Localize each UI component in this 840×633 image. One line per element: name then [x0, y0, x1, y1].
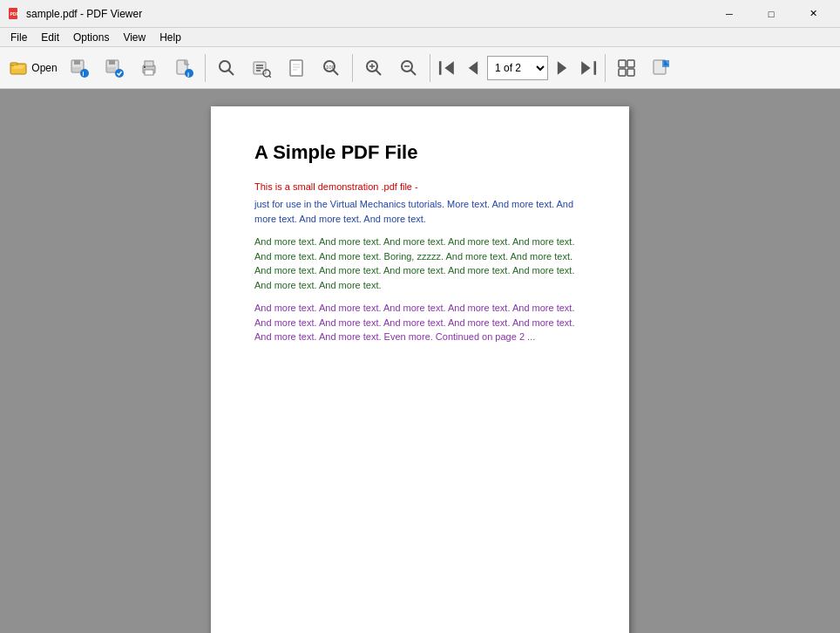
svg-marker-44	[469, 61, 478, 75]
close-button[interactable]: ✕	[793, 0, 833, 28]
toolbar: Open i	[0, 47, 840, 89]
save-button[interactable]	[98, 51, 131, 85]
separator-4	[605, 54, 606, 82]
find-text-icon	[252, 58, 271, 78]
zoom-out-icon	[399, 58, 418, 78]
svg-rect-53	[662, 60, 669, 67]
svg-line-36	[376, 70, 382, 75]
menu-help[interactable]: Help	[152, 28, 188, 47]
pdf-line-1: This is a small demonstration .pdf file …	[254, 181, 586, 192]
save-icon	[105, 58, 124, 78]
pdf-title: A Simple PDF File	[254, 141, 586, 164]
svg-rect-50	[619, 69, 626, 76]
last-page-icon	[577, 57, 600, 79]
annotations-button[interactable]	[645, 51, 678, 85]
menu-edit[interactable]: Edit	[34, 28, 66, 47]
svg-text:i: i	[83, 71, 85, 77]
open-button[interactable]: Open	[5, 51, 61, 85]
svg-line-21	[229, 70, 234, 75]
svg-rect-28	[290, 60, 302, 76]
last-page-button[interactable]	[576, 56, 600, 80]
menu-bar: File Edit Options View Help	[0, 28, 840, 47]
menu-options[interactable]: Options	[66, 28, 116, 47]
print-button[interactable]	[132, 51, 166, 85]
page-select[interactable]: 1 of 2 2 of 2	[487, 56, 548, 80]
svg-point-12	[115, 69, 124, 78]
svg-rect-10	[109, 60, 115, 65]
menu-view[interactable]: View	[116, 28, 152, 47]
search-icon	[217, 58, 236, 78]
svg-rect-6	[72, 67, 81, 71]
zoom-out-button[interactable]	[392, 51, 425, 85]
title-bar-left: PDF sample.pdf - PDF Viewer	[7, 7, 142, 21]
doc-properties-button[interactable]: i	[167, 51, 200, 85]
thumbnails-button[interactable]	[610, 51, 643, 85]
svg-point-20	[220, 61, 230, 71]
svg-line-33	[334, 70, 339, 75]
svg-text:i: i	[187, 70, 189, 78]
window-title: sample.pdf - PDF Viewer	[26, 8, 142, 20]
find-text-button[interactable]	[245, 51, 278, 85]
zoom-in-icon	[364, 58, 383, 78]
separator-2	[352, 54, 353, 82]
select-page-button[interactable]	[280, 51, 313, 85]
pdf-line-3: And more text. And more text. And more t…	[254, 235, 586, 292]
minimize-button[interactable]: ─	[709, 0, 749, 28]
page-navigation: 1 of 2 2 of 2	[435, 56, 600, 80]
svg-point-7	[80, 69, 89, 78]
find-button[interactable]	[210, 51, 243, 85]
open-label: Open	[31, 62, 57, 74]
title-bar: PDF sample.pdf - PDF Viewer ─ □ ✕	[0, 0, 840, 28]
pdf-page: A Simple PDF File This is a small demons…	[211, 106, 629, 633]
separator-3	[430, 54, 430, 82]
svg-rect-11	[107, 67, 116, 71]
zoom-in-button[interactable]	[357, 51, 390, 85]
svg-rect-48	[619, 60, 626, 67]
svg-marker-47	[581, 61, 590, 75]
prev-page-icon	[462, 57, 484, 79]
svg-rect-14	[145, 61, 153, 66]
folder-open-icon	[9, 58, 28, 78]
pdf-line-4: And more text. And more text. And more t…	[254, 301, 586, 344]
svg-rect-51	[627, 69, 634, 76]
svg-rect-3	[10, 63, 17, 65]
menu-file[interactable]: File	[3, 28, 34, 47]
svg-rect-49	[627, 60, 634, 67]
print-icon	[139, 58, 159, 78]
svg-line-27	[269, 76, 271, 78]
title-bar-controls: ─ □ ✕	[709, 0, 833, 28]
save-annotations-button[interactable]: i	[63, 51, 96, 85]
annotations-icon	[652, 58, 671, 78]
svg-rect-15	[145, 70, 153, 75]
svg-marker-45	[558, 61, 566, 75]
first-page-icon	[436, 57, 458, 79]
doc-properties-icon: i	[174, 58, 193, 78]
svg-marker-43	[444, 61, 453, 75]
svg-line-40	[411, 70, 417, 75]
next-page-icon	[551, 57, 573, 79]
svg-rect-5	[74, 60, 80, 65]
maximize-button[interactable]: □	[751, 0, 791, 28]
svg-rect-16	[144, 66, 146, 68]
page-icon	[287, 58, 306, 78]
save-annot-icon: i	[70, 58, 89, 78]
svg-text:100: 100	[326, 65, 335, 70]
app-icon: PDF	[7, 7, 21, 21]
zoom-100-button[interactable]: 100	[315, 51, 348, 85]
prev-page-button[interactable]	[461, 56, 485, 80]
first-page-button[interactable]	[435, 56, 459, 80]
thumbnails-icon	[617, 58, 636, 78]
pdf-line-2: just for use in the Virtual Mechanics tu…	[254, 197, 586, 226]
next-page-button[interactable]	[550, 56, 574, 80]
content-area: A Simple PDF File This is a small demons…	[0, 89, 840, 633]
separator-1	[205, 54, 206, 82]
svg-text:PDF: PDF	[10, 11, 19, 17]
zoom-100-icon: 100	[322, 58, 341, 78]
